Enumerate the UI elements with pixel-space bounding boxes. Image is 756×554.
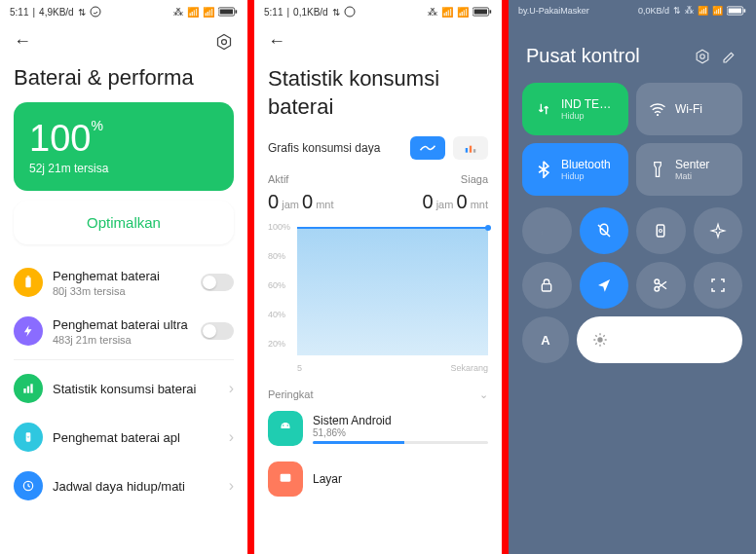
svg-point-12 (345, 7, 355, 17)
bluetooth-status-icon: ⁂ (428, 7, 437, 18)
mobile-data-icon (534, 99, 553, 119)
svg-rect-15 (490, 10, 492, 13)
bluetooth-icon (534, 160, 553, 179)
stats-link-row[interactable]: Statistik konsumsi baterai › (0, 364, 247, 413)
schedule-icon (14, 471, 43, 500)
svg-point-32 (597, 337, 602, 342)
status-time: 5:11 (264, 7, 283, 18)
auto-brightness-toggle[interactable]: A (522, 316, 569, 363)
scan-toggle[interactable] (694, 262, 743, 309)
bluetooth-tile[interactable]: Bluetooth Hidup (522, 143, 628, 196)
brightness-icon (592, 332, 608, 348)
app-row[interactable]: Layar (254, 454, 502, 504)
rank-label: Peringkat (268, 388, 313, 401)
chevron-right-icon: › (229, 428, 234, 446)
tile-sub: Hidup (561, 111, 617, 121)
brightness-slider[interactable] (577, 316, 742, 363)
lock-toggle[interactable] (522, 262, 572, 309)
chevron-right-icon: › (229, 477, 234, 495)
active-mins: 0 (302, 191, 313, 212)
active-hours: 0 (268, 191, 279, 212)
battery-percent-unit: % (91, 118, 102, 133)
signal-icon: 📶 (712, 6, 723, 16)
bluetooth-status-icon: ⁂ (173, 7, 183, 18)
battery-saver-row[interactable]: Penghemat baterai 80j 33m tersisa (0, 258, 247, 307)
back-button[interactable]: ← (14, 31, 31, 52)
stats-icon (14, 374, 43, 403)
usage-chart: 100% 80% 60% 40% 20% 5 Sekarang (268, 227, 488, 373)
status-bar: by.U-PakaiMasker 0,0KB/d ⇅ ⁂ 📶 📶 (509, 0, 756, 21)
svg-rect-29 (543, 284, 551, 291)
battery-saver-toggle[interactable] (201, 274, 234, 291)
battery-eta: 52j 21m tersisa (29, 162, 218, 175)
svg-rect-23 (729, 9, 741, 14)
location-toggle[interactable] (580, 262, 629, 309)
svg-point-28 (660, 230, 662, 233)
edit-icon[interactable] (721, 48, 738, 65)
idle-hours: 0 (422, 191, 433, 212)
signal-icon: 📶 (187, 7, 199, 18)
optimize-button[interactable]: Optimalkan (14, 201, 234, 244)
back-button[interactable]: ← (268, 31, 285, 52)
flashlight-icon (648, 160, 667, 179)
svg-rect-18 (473, 149, 475, 153)
svg-rect-16 (466, 148, 468, 153)
status-data: 0,0KB/d (638, 6, 669, 16)
mute-toggle[interactable] (580, 207, 629, 254)
status-data: 0,1KB/d (293, 7, 328, 18)
wifi-tile[interactable]: Wi-Fi (636, 83, 742, 135)
schedule-label: Jadwal daya hidup/mati (53, 479, 219, 494)
app-percent: 51,86% (313, 427, 488, 438)
svg-point-25 (700, 54, 705, 58)
battery-icon (472, 7, 492, 17)
ultra-saver-row[interactable]: Penghemat baterai ultra 483j 21m tersisa (0, 307, 247, 355)
chart-tab-bar[interactable] (453, 136, 488, 160)
svg-rect-2 (220, 10, 233, 15)
svg-rect-27 (658, 225, 665, 237)
tile-name: Bluetooth (561, 158, 617, 171)
signal-icon: 📶 (441, 7, 453, 18)
battery-saver-title: Penghemat baterai (53, 269, 191, 283)
tile-name: Senter (675, 158, 731, 171)
chevron-down-icon[interactable]: ⌄ (479, 388, 488, 401)
svg-rect-21 (281, 474, 291, 482)
status-bar: 5:11 | 4,9KB/d ⇅ ⁂ 📶 📶 (0, 0, 247, 23)
svg-rect-14 (474, 10, 487, 15)
app-saver-row[interactable]: Penghemat baterai apl › (0, 413, 247, 462)
active-label: Aktif (268, 173, 288, 185)
svg-rect-7 (23, 388, 25, 393)
control-center-title: Pusat kontrol (526, 45, 640, 67)
ultra-saver-sub: 483j 21m tersisa (53, 334, 191, 346)
app-saver-icon (14, 423, 43, 452)
battery-card: 100% 52j 21m tersisa (14, 102, 234, 191)
schedule-row[interactable]: Jadwal daya hidup/mati › (0, 462, 247, 510)
scissors-toggle[interactable] (636, 262, 686, 309)
moon-toggle[interactable] (522, 207, 572, 254)
rotation-lock-toggle[interactable] (636, 207, 686, 254)
settings-icon[interactable] (214, 32, 234, 52)
battery-icon (218, 7, 238, 17)
svg-rect-17 (470, 146, 472, 153)
app-row[interactable]: Sistem Android 51,86% (254, 403, 502, 454)
signal-icon: 📶 (698, 6, 708, 16)
display-icon (268, 462, 303, 497)
arrows-icon: ⇅ (673, 6, 681, 16)
settings-icon[interactable] (694, 48, 711, 65)
svg-rect-3 (236, 10, 238, 13)
flashlight-tile[interactable]: Senter Mati (636, 143, 742, 196)
app-saver-label: Penghemat baterai apl (53, 430, 219, 445)
tile-name: IND TELKOM (561, 97, 617, 111)
svg-rect-10 (26, 432, 31, 441)
chart-label: Grafis konsumsi daya (268, 141, 402, 155)
ultra-saver-toggle[interactable] (201, 322, 234, 340)
ultra-saver-title: Penghemat baterai ultra (53, 317, 191, 332)
chart-tab-line[interactable] (410, 136, 445, 160)
app-name: Layar (313, 472, 488, 486)
airplane-toggle[interactable] (694, 207, 743, 254)
mobile-data-tile[interactable]: IND TELKOM Hidup (522, 83, 628, 135)
android-icon (268, 411, 303, 446)
battery-icon (727, 6, 746, 16)
svg-point-20 (287, 425, 289, 426)
tile-sub: Mati (675, 171, 731, 181)
ultra-saver-icon (14, 316, 43, 346)
